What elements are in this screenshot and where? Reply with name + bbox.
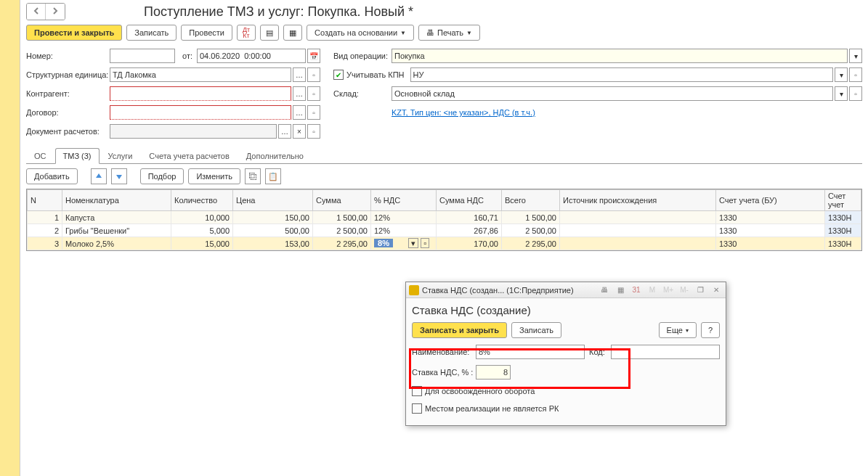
counter-pick-icon[interactable]: … [293, 86, 306, 101]
number-input[interactable] [110, 49, 175, 63]
col-src[interactable]: Источник происхождения [560, 190, 716, 211]
items-table: N Номенклатура Количество Цена Сумма % Н… [27, 189, 861, 250]
dlg-m-icon: M [646, 284, 659, 296]
page-title: Поступление ТМЗ и услуг: Покупка. Новый … [71, 4, 413, 20]
tabs: ОС ТМЗ (3) Услуги Счета учета расчетов Д… [26, 148, 862, 164]
org-open-icon[interactable]: ▫ [307, 67, 320, 82]
print-button[interactable]: 🖶 Печать ▼ [418, 25, 480, 41]
move-down-button[interactable] [111, 168, 127, 184]
dlg-cb1-label: Для освобожденного оборота [425, 387, 535, 395]
app-1c-icon [409, 285, 419, 295]
edit-button[interactable]: Изменить [188, 168, 240, 184]
dlg-more-button[interactable]: Еще ▾ [659, 322, 697, 338]
col-nom[interactable]: Номенклатура [62, 190, 171, 211]
org-label: Структурная единица: [26, 70, 110, 79]
printer-icon: 🖶 [426, 28, 434, 37]
tab-tmz[interactable]: ТМЗ (3) [55, 148, 100, 164]
structure2-icon[interactable]: ▦ [283, 25, 302, 41]
post-button[interactable]: Провести [181, 25, 232, 41]
dlg-rate-label: Ставка НДС, % : [412, 368, 476, 377]
vat-rate-dialog: Ставка НДС (создан... (1С:Предприятие) 🖶… [405, 282, 726, 426]
commit-close-button[interactable]: Провести и закрыть [26, 25, 122, 41]
col-acc[interactable]: Счет учета (БУ) [716, 190, 825, 211]
dlg-cb1-checkbox[interactable] [412, 386, 422, 396]
nav-history [26, 3, 65, 20]
kpn-select[interactable]: НУ [410, 67, 834, 82]
docset-label: Документ расчетов: [26, 127, 110, 136]
kpn-caret-icon[interactable]: ▾ [835, 67, 848, 82]
nav-back-button[interactable] [27, 4, 46, 20]
docset-open-icon[interactable]: ▫ [307, 124, 320, 139]
contract-open-icon[interactable]: ▫ [307, 105, 320, 120]
counter-input[interactable] [110, 86, 291, 101]
kpn-checkbox[interactable]: ✔ [333, 70, 344, 80]
dlg-save-button[interactable]: Записать [511, 322, 561, 338]
contract-label: Договор: [26, 108, 110, 117]
sklad-caret-icon[interactable]: ▾ [835, 86, 848, 101]
table-row[interactable]: 1Капуста10,000150,001 500,0012%160,711 5… [28, 211, 861, 224]
dlg-mplus-icon: M+ [662, 284, 675, 296]
dlg-help-button[interactable]: ? [701, 322, 720, 338]
col-qty[interactable]: Количество [171, 190, 233, 211]
date-input[interactable] [197, 49, 306, 63]
sklad-label: Склад: [333, 89, 392, 98]
save-button[interactable]: Записать [126, 25, 177, 41]
counter-label: Контрагент: [26, 89, 110, 98]
dlg-name-input[interactable] [476, 345, 585, 359]
contract-pick-icon[interactable]: … [293, 105, 306, 120]
tab-os[interactable]: ОС [26, 148, 54, 163]
tab-extra[interactable]: Дополнительно [238, 148, 312, 163]
dlg-cb2-checkbox[interactable] [412, 403, 422, 414]
dlg-cb2-label: Местом реализации не является РК [425, 404, 559, 413]
price-info-link[interactable]: KZT, Тип цен: <не указан>, НДС (в т.ч.) [392, 108, 535, 117]
docset-clear-icon[interactable]: × [293, 124, 306, 139]
kpn-label: Учитывать КПН [346, 70, 405, 79]
calendar-icon[interactable]: 📅 [307, 49, 320, 63]
dlg-save-close-button[interactable]: Записать и закрыть [412, 322, 507, 338]
counter-open-icon[interactable]: ▫ [307, 86, 320, 101]
sklad-select[interactable]: Основной склад [392, 86, 833, 101]
tab-services[interactable]: Услуги [100, 148, 141, 163]
tab-accounts[interactable]: Счета учета расчетов [141, 148, 237, 163]
table-row[interactable]: 2Грибы "Вешенки"5,000500,002 500,0012%26… [28, 224, 861, 237]
dlg-rate-input[interactable] [476, 365, 511, 379]
dlg-cal-icon[interactable]: 31 [630, 284, 643, 296]
optype-select[interactable]: Покупка [392, 49, 848, 63]
copy-icon[interactable]: ⿻ [245, 168, 261, 184]
docset-input[interactable] [110, 124, 277, 139]
kpn-open-icon[interactable]: ▫ [849, 67, 862, 82]
col-n[interactable]: N [28, 190, 62, 211]
col-total[interactable]: Всего [502, 190, 560, 211]
create-based-button[interactable]: Создать на основании ▼ [307, 25, 414, 41]
col-nds[interactable]: % НДС [371, 190, 437, 211]
add-row-button[interactable]: Добавить [26, 168, 78, 184]
col-sum[interactable]: Сумма [313, 190, 371, 211]
paste-icon[interactable]: 📋 [265, 168, 281, 184]
dialog-header: Ставка НДС (создание) [412, 304, 720, 316]
org-pick-icon[interactable]: … [293, 67, 306, 82]
dlg-restore-icon[interactable]: ❐ [694, 284, 707, 296]
dialog-window-title: Ставка НДС (создан... (1С:Предприятие) [422, 286, 574, 295]
org-input[interactable] [110, 67, 291, 82]
table-row[interactable]: 3Молоко 2,5%15,000153,002 295,008% ▾ ▫17… [28, 237, 861, 250]
contract-input[interactable] [110, 105, 291, 120]
dlg-code-input[interactable] [611, 345, 720, 359]
col-price[interactable]: Цена [233, 190, 313, 211]
dlg-calc-icon[interactable]: ▦ [614, 284, 627, 296]
number-label: Номер: [26, 52, 110, 60]
dlg-mminus-icon: M- [678, 284, 691, 296]
move-up-button[interactable] [91, 168, 107, 184]
col-sumnds[interactable]: Сумма НДС [437, 190, 502, 211]
dlg-print-icon[interactable]: 🖶 [598, 284, 611, 296]
sklad-open-icon[interactable]: ▫ [849, 86, 862, 101]
structure-icon[interactable]: ▤ [260, 25, 279, 41]
dlg-close-icon[interactable]: ✕ [710, 284, 723, 296]
optype-caret-icon[interactable]: ▾ [849, 49, 862, 63]
left-sidebar-stripe [0, 0, 20, 476]
dtkt-icon[interactable]: ДтКт [237, 25, 256, 41]
nav-forward-button[interactable] [46, 4, 65, 20]
optype-label: Вид операции: [333, 52, 392, 60]
pick-button[interactable]: Подбор [140, 168, 184, 184]
docset-pick-icon[interactable]: … [278, 124, 291, 139]
col-acc2[interactable]: Счет учет [825, 190, 861, 211]
